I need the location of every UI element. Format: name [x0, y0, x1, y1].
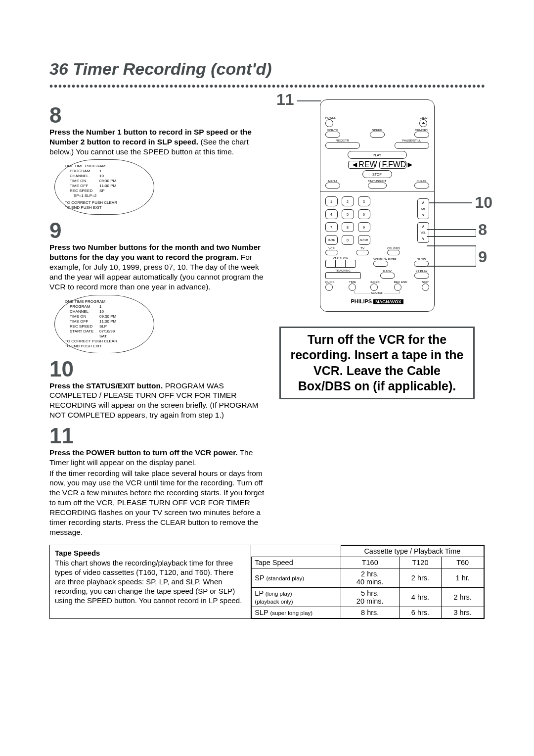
step-9: 9 Press two Number buttons for the month… — [49, 220, 269, 291]
callout-11: 11 — [276, 91, 294, 109]
tape-heading: Tape Speeds — [55, 548, 246, 558]
num-1-button: 1 — [325, 196, 338, 206]
mute-button: MUTE — [325, 235, 338, 245]
stop-button: STOP — [362, 170, 392, 178]
status-exit-button — [368, 183, 387, 189]
power-button — [325, 119, 333, 127]
tape-speed-section: Tape Speeds This chart shows the recordi… — [49, 545, 485, 619]
remote-diagram: POWER EJECT⏏ VCR/TV SPEED MEMORY REC/OTR… — [320, 99, 435, 312]
callout-10: 10 — [475, 193, 492, 212]
num-2-button: 2 — [342, 196, 354, 206]
tape-text: This chart shows the recording/playback … — [55, 559, 242, 605]
ch-rocker: ∧CH∨ — [417, 198, 429, 219]
step-10-number: 10 — [49, 358, 269, 380]
page-title: 36 Timer Recording (cont'd) — [49, 59, 485, 79]
osd-screen-2: ONE TIME PROGRAM PROGRAM1 CHANNEL10 TIME… — [54, 295, 154, 353]
step-11: 11 Press the POWER button to turn off th… — [49, 425, 269, 537]
step-11-number: 11 — [49, 425, 269, 447]
step-8-number: 8 — [49, 104, 269, 126]
instruction-box: Turn off the VCR for the recording. Inse… — [279, 327, 475, 399]
brand-logo: PHILIPSMAGNAVOX — [325, 298, 429, 304]
vol-rocker: ∧VOL∨ — [417, 222, 429, 243]
rew-button: ◄REW — [348, 161, 375, 169]
step-11-para2: If the timer recording will take place s… — [49, 469, 269, 537]
eject-button: ⏏ — [419, 119, 427, 127]
divider-dots: ••••••••••••••••••••••••••••••••••••••••… — [49, 81, 485, 92]
callout-9: 9 — [478, 248, 487, 266]
step-9-bold: Press two Number buttons for the month a… — [49, 243, 261, 261]
play-button: PLAY — [348, 151, 407, 159]
step-9-number: 9 — [49, 220, 269, 241]
step-8: 8 Press the Number 1 button to record in… — [49, 104, 269, 156]
tape-speed-table: Cassette type / Playback Time Tape Speed… — [251, 545, 484, 618]
step-10-bold: Press the STATUS/EXIT button. — [49, 381, 163, 390]
step-11-bold: Press the POWER button to turn off the V… — [49, 448, 238, 457]
ffwd-button: F.FWD► — [379, 161, 406, 169]
callout-8: 8 — [478, 221, 487, 239]
step-10: 10 Press the STATUS/EXIT button. PROGRAM… — [49, 358, 269, 420]
osd-screen-1: ONE TIME PROGRAM PROGRAM1 CHANNEL10 TIME… — [54, 159, 154, 215]
